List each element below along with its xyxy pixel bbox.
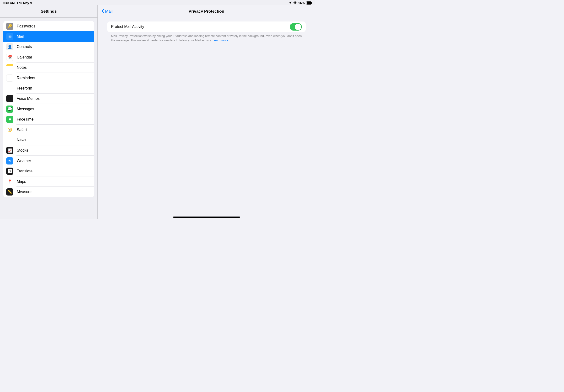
translate-icon: 🅰 (6, 168, 13, 175)
sidebar-item-messages[interactable]: 💬Messages (3, 104, 94, 114)
status-date: Thu May 9 (16, 1, 32, 5)
status-bar: 9:43 AM Thu May 9 96% (0, 0, 315, 5)
sidebar-item-contacts[interactable]: 👤Contacts (3, 42, 94, 52)
back-label: Mail (105, 9, 113, 14)
home-indicator (173, 217, 240, 218)
passwords-icon: 🔑 (6, 23, 13, 30)
weather-icon: ☀ (6, 157, 13, 165)
protect-mail-activity-toggle[interactable] (290, 23, 302, 30)
battery-icon (306, 1, 312, 4)
sidebar-item-translate[interactable]: 🅰Translate (3, 166, 94, 176)
svg-rect-1 (307, 2, 311, 4)
sidebar-item-measure[interactable]: 📏Measure (3, 187, 94, 197)
sidebar-item-calendar[interactable]: 📅Calendar (3, 52, 94, 62)
calendar-icon: 📅 (6, 54, 13, 61)
sidebar-item-label: FaceTime (17, 117, 34, 122)
sidebar-item-facetime[interactable]: ■FaceTime (3, 114, 94, 125)
measure-icon: 📏 (6, 188, 13, 196)
sidebar-item-voice-memos[interactable]: Voice Memos (3, 94, 94, 104)
sidebar-item-label: Measure (17, 190, 31, 194)
chevron-left-icon (101, 9, 105, 14)
facetime-icon: ■ (6, 116, 13, 123)
sidebar-item-label: Mail (17, 34, 24, 39)
sidebar-item-reminders[interactable]: Reminders (3, 73, 94, 83)
sidebar-item-label: Voice Memos (17, 97, 40, 101)
setting-card: Protect Mail Activity (107, 21, 306, 32)
setting-label: Protect Mail Activity (111, 25, 144, 29)
sidebar-item-label: Contacts (17, 45, 32, 49)
safari-icon: 🧭 (6, 126, 13, 133)
sidebar-item-notes[interactable]: Notes (3, 63, 94, 73)
sidebar-item-label: Freeform (17, 86, 32, 90)
settings-sidebar: Settings 🔑Passwords✉︎Mail👤Contacts📅Calen… (0, 5, 98, 219)
sidebar-item-weather[interactable]: ☀Weather (3, 156, 94, 166)
stocks-icon: 📈 (6, 147, 13, 154)
sidebar-item-safari[interactable]: 🧭Safari (3, 125, 94, 135)
sidebar-item-label: Safari (17, 128, 27, 132)
wifi-icon (293, 1, 297, 5)
news-icon: N (6, 137, 13, 144)
sidebar-item-mail[interactable]: ✉︎Mail (3, 31, 94, 42)
sidebar-item-freeform[interactable]: 〰Freeform (3, 83, 94, 93)
sidebar-item-passwords[interactable]: 🔑Passwords (3, 21, 94, 31)
messages-icon: 💬 (6, 106, 13, 113)
detail-pane: Mail Privacy Protection Protect Mail Act… (98, 5, 315, 219)
sidebar-item-label: Translate (17, 169, 32, 173)
voice-memos-icon (6, 95, 13, 102)
sidebar-item-label: Maps (17, 180, 26, 184)
status-time: 9:43 AM (3, 1, 14, 5)
back-button[interactable]: Mail (101, 9, 113, 14)
detail-title: Privacy Protection (98, 9, 315, 14)
notes-icon (6, 64, 13, 71)
contacts-icon: 👤 (6, 43, 13, 50)
sidebar-item-news[interactable]: NNews (3, 135, 94, 145)
svg-rect-2 (312, 2, 312, 4)
sidebar-item-label: Reminders (17, 76, 35, 80)
sidebar-title: Settings (41, 9, 56, 14)
battery-percentage: 96% (298, 1, 305, 5)
sidebar-list: 🔑Passwords✉︎Mail👤Contacts📅CalendarNotesR… (3, 21, 94, 197)
sidebar-item-stocks[interactable]: 📈Stocks (3, 145, 94, 156)
location-icon (289, 1, 292, 5)
maps-icon: 📍 (6, 178, 13, 185)
sidebar-item-label: Stocks (17, 148, 28, 153)
freeform-icon: 〰 (6, 85, 13, 92)
mail-icon: ✉︎ (6, 33, 13, 40)
sidebar-item-label: Weather (17, 159, 31, 163)
setting-footer-text: Mail Privacy Protection works by hiding … (107, 32, 306, 42)
sidebar-item-label: News (17, 138, 26, 142)
sidebar-item-label: Calendar (17, 55, 32, 59)
reminders-icon (6, 74, 13, 82)
sidebar-item-label: Passwords (17, 24, 35, 28)
sidebar-item-maps[interactable]: 📍Maps (3, 176, 94, 187)
protect-mail-activity-row: Protect Mail Activity (111, 21, 302, 32)
sidebar-item-label: Messages (17, 107, 34, 111)
sidebar-item-label: Notes (17, 65, 27, 70)
footer-description: Mail Privacy Protection works by hiding … (111, 34, 302, 42)
detail-header: Mail Privacy Protection (98, 5, 315, 18)
learn-more-link[interactable]: Learn more… (212, 38, 231, 42)
